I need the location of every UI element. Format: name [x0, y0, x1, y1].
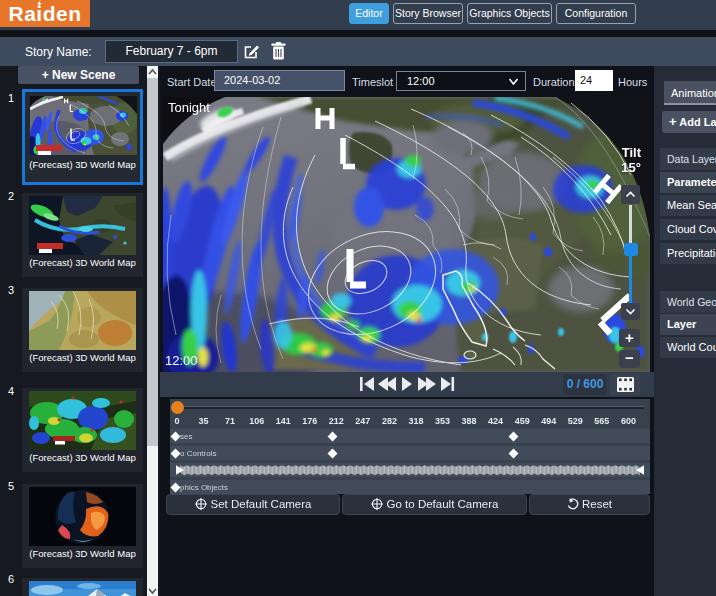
svg-text:12:00: 12:00 — [165, 353, 198, 368]
svg-text:Tonight: Tonight — [168, 100, 210, 115]
